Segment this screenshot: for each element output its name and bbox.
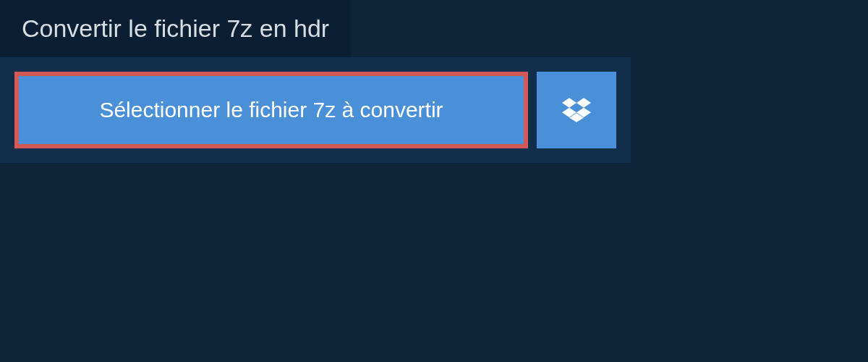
dropbox-icon bbox=[562, 96, 591, 125]
select-file-button-label: Sélectionner le fichier 7z à convertir bbox=[99, 98, 443, 122]
upload-panel: Sélectionner le fichier 7z à convertir bbox=[0, 57, 631, 163]
header-tab: Convertir le fichier 7z en hdr bbox=[0, 0, 351, 57]
dropbox-button[interactable] bbox=[537, 72, 616, 148]
select-file-button[interactable]: Sélectionner le fichier 7z à convertir bbox=[14, 72, 528, 148]
page-title: Convertir le fichier 7z en hdr bbox=[22, 14, 329, 43]
